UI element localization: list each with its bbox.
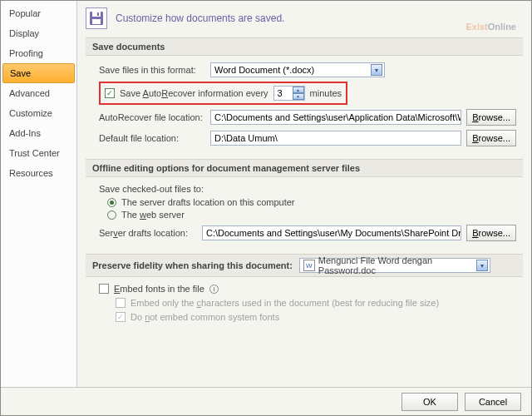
browse-button-drafts[interactable]: Browse... <box>466 225 516 241</box>
sidebar: Popular Display Proofing Save Advanced C… <box>1 1 77 388</box>
radio-server-drafts-local[interactable]: The server drafts location on this compu… <box>99 197 516 207</box>
autorecover-loc-label: AutoRecover file location: <box>99 112 205 122</box>
sidebar-item-resources[interactable]: Resources <box>1 163 76 183</box>
checked-out-label: Save checked-out files to: <box>99 184 516 194</box>
info-icon[interactable]: i <box>209 285 219 294</box>
default-loc-input[interactable]: D:\Data Umum\ <box>210 131 461 146</box>
main-panel: ExistOnline Customize how documents are … <box>77 1 531 388</box>
autorecover-checkbox[interactable]: ✓ <box>105 88 115 98</box>
svg-rect-2 <box>97 12 99 16</box>
floppy-disk-icon <box>86 7 107 29</box>
format-label: Save files in this format: <box>99 65 205 75</box>
default-loc-label: Default file location: <box>99 133 205 143</box>
radio-web-server[interactable]: The web server <box>99 210 516 220</box>
spinner-up-icon[interactable]: ▲ <box>293 87 304 93</box>
section-offline-editing: Offline editing options for document man… <box>86 159 523 177</box>
sidebar-item-save[interactable]: Save <box>2 63 75 83</box>
autorecover-minutes-spinner[interactable]: 3 ▲▼ <box>273 86 305 101</box>
embed-chars-label: Embed only the characters used in the do… <box>131 298 439 308</box>
no-embed-common-checkbox: ✓ <box>116 312 126 322</box>
autorecover-label: Save AutoRecover information every <box>120 88 268 98</box>
minutes-label: minutes <box>310 88 342 98</box>
sidebar-item-trust[interactable]: Trust Center <box>1 143 76 163</box>
svg-rect-3 <box>92 19 101 24</box>
sidebar-item-popular[interactable]: Popular <box>1 3 76 23</box>
browse-button-autorecover[interactable]: BBrowse...rowse... <box>466 109 516 126</box>
embed-fonts-checkbox[interactable] <box>99 284 109 294</box>
no-embed-common-label: Do not embed common system fonts <box>131 312 279 322</box>
browse-button-default[interactable]: Browse... <box>466 130 516 146</box>
autorecover-highlight: ✓ Save AutoRecover information every 3 ▲… <box>99 82 347 105</box>
radio-icon[interactable] <box>107 210 116 220</box>
document-selector-dropdown[interactable]: W Mengunci File Word dengan Password.doc… <box>299 258 490 273</box>
drafts-loc-label: Server drafts location: <box>99 228 197 238</box>
sidebar-item-addins[interactable]: Add-Ins <box>1 123 76 143</box>
section-save-documents: Save documents <box>86 37 523 56</box>
header-text: Customize how documents are saved. <box>116 12 284 24</box>
chevron-down-icon[interactable]: ▼ <box>371 64 382 76</box>
spinner-down-icon[interactable]: ▼ <box>293 93 304 100</box>
autorecover-loc-input[interactable]: C:\Documents and Settings\user\Applicati… <box>210 110 461 125</box>
format-dropdown[interactable]: Word Document (*.docx) ▼ <box>210 62 385 77</box>
sidebar-item-customize[interactable]: Customize <box>1 103 76 123</box>
embed-chars-checkbox <box>116 298 126 308</box>
svg-rect-1 <box>92 12 101 17</box>
sidebar-item-display[interactable]: Display <box>1 23 76 43</box>
radio-icon[interactable] <box>107 198 116 207</box>
section-preserve-fidelity: Preserve fidelity when sharing this docu… <box>86 254 523 277</box>
sidebar-item-advanced[interactable]: Advanced <box>1 83 76 103</box>
dialog-footer: OK Cancel <box>1 387 531 415</box>
word-document-icon: W <box>303 260 315 271</box>
sidebar-item-proofing[interactable]: Proofing <box>1 43 76 63</box>
chevron-down-icon[interactable]: ▼ <box>476 260 488 271</box>
drafts-loc-input[interactable]: C:\Documents and Settings\user\My Docume… <box>202 225 461 240</box>
ok-button[interactable]: OK <box>401 393 458 411</box>
cancel-button[interactable]: Cancel <box>465 393 521 411</box>
embed-fonts-label: Embed fonts in the file <box>114 284 204 294</box>
